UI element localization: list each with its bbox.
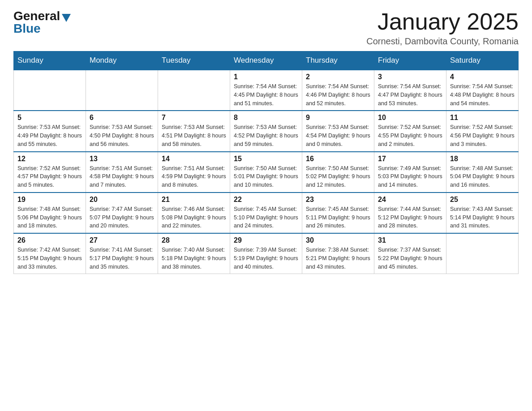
day-number: 19 [17,196,82,204]
week-row-1: 1Sunrise: 7:54 AM Sunset: 4:45 PM Daylig… [14,70,519,111]
calendar-cell: 17Sunrise: 7:49 AM Sunset: 5:03 PM Dayli… [374,152,446,193]
day-info: Sunrise: 7:52 AM Sunset: 4:56 PM Dayligh… [450,123,515,148]
calendar-cell [158,70,230,111]
calendar-cell: 14Sunrise: 7:51 AM Sunset: 4:59 PM Dayli… [158,152,230,193]
day-info: Sunrise: 7:48 AM Sunset: 5:04 PM Dayligh… [450,164,515,189]
day-info: Sunrise: 7:47 AM Sunset: 5:07 PM Dayligh… [90,205,154,230]
day-info: Sunrise: 7:51 AM Sunset: 4:59 PM Dayligh… [162,164,226,189]
month-title: January 2025 [366,9,519,34]
day-info: Sunrise: 7:53 AM Sunset: 4:52 PM Dayligh… [234,123,298,148]
week-row-2: 5Sunrise: 7:53 AM Sunset: 4:49 PM Daylig… [14,111,519,151]
calendar-header-tuesday: Tuesday [158,51,230,70]
calendar-cell: 6Sunrise: 7:53 AM Sunset: 4:50 PM Daylig… [86,111,158,151]
day-number: 29 [234,236,298,244]
day-number: 27 [90,236,154,244]
calendar-header-friday: Friday [374,51,446,70]
day-number: 10 [378,114,442,122]
calendar-cell: 31Sunrise: 7:37 AM Sunset: 5:22 PM Dayli… [374,233,446,274]
week-row-4: 19Sunrise: 7:48 AM Sunset: 5:06 PM Dayli… [14,193,519,233]
day-number: 23 [306,196,370,204]
day-number: 11 [450,114,515,122]
day-info: Sunrise: 7:54 AM Sunset: 4:45 PM Dayligh… [234,82,298,107]
day-number: 4 [450,73,515,81]
day-number: 9 [306,114,370,122]
calendar-cell: 12Sunrise: 7:52 AM Sunset: 4:57 PM Dayli… [14,152,86,193]
calendar-cell: 29Sunrise: 7:39 AM Sunset: 5:19 PM Dayli… [230,233,302,274]
day-info: Sunrise: 7:41 AM Sunset: 5:17 PM Dayligh… [90,246,154,271]
day-info: Sunrise: 7:53 AM Sunset: 4:54 PM Dayligh… [306,123,370,148]
day-number: 24 [378,196,442,204]
day-number: 1 [234,73,298,81]
week-row-5: 26Sunrise: 7:42 AM Sunset: 5:15 PM Dayli… [14,233,519,274]
calendar-cell: 4Sunrise: 7:54 AM Sunset: 4:48 PM Daylig… [446,70,519,111]
calendar-cell: 16Sunrise: 7:50 AM Sunset: 5:02 PM Dayli… [302,152,374,193]
calendar-header-saturday: Saturday [446,51,519,70]
day-info: Sunrise: 7:45 AM Sunset: 5:10 PM Dayligh… [234,205,298,230]
calendar-header-monday: Monday [86,51,158,70]
day-info: Sunrise: 7:50 AM Sunset: 5:01 PM Dayligh… [234,164,298,189]
calendar: SundayMondayTuesdayWednesdayThursdayFrid… [13,51,519,274]
location: Cornesti, Dambovita County, Romania [366,36,519,47]
calendar-cell: 30Sunrise: 7:38 AM Sunset: 5:21 PM Dayli… [302,233,374,274]
day-info: Sunrise: 7:52 AM Sunset: 4:55 PM Dayligh… [378,123,442,148]
day-info: Sunrise: 7:53 AM Sunset: 4:50 PM Dayligh… [90,123,154,148]
day-info: Sunrise: 7:44 AM Sunset: 5:12 PM Dayligh… [378,205,442,230]
title-area: January 2025 Cornesti, Dambovita County,… [366,9,519,47]
calendar-cell [86,70,158,111]
day-number: 18 [450,155,515,163]
calendar-cell: 5Sunrise: 7:53 AM Sunset: 4:49 PM Daylig… [14,111,86,151]
day-number: 22 [234,196,298,204]
calendar-cell: 2Sunrise: 7:54 AM Sunset: 4:46 PM Daylig… [302,70,374,111]
day-info: Sunrise: 7:38 AM Sunset: 5:21 PM Dayligh… [306,246,370,271]
day-number: 25 [450,196,515,204]
calendar-cell: 3Sunrise: 7:54 AM Sunset: 4:47 PM Daylig… [374,70,446,111]
day-number: 20 [90,196,154,204]
calendar-cell [14,70,86,111]
day-number: 26 [17,236,82,244]
day-number: 15 [234,155,298,163]
calendar-cell: 11Sunrise: 7:52 AM Sunset: 4:56 PM Dayli… [446,111,519,151]
calendar-header-thursday: Thursday [302,51,374,70]
day-number: 13 [90,155,154,163]
calendar-header-sunday: Sunday [14,51,86,70]
day-info: Sunrise: 7:49 AM Sunset: 5:03 PM Dayligh… [378,164,442,189]
day-info: Sunrise: 7:37 AM Sunset: 5:22 PM Dayligh… [378,246,442,271]
day-info: Sunrise: 7:40 AM Sunset: 5:18 PM Dayligh… [162,246,226,271]
calendar-cell: 8Sunrise: 7:53 AM Sunset: 4:52 PM Daylig… [230,111,302,151]
day-info: Sunrise: 7:48 AM Sunset: 5:06 PM Dayligh… [17,205,82,230]
day-number: 6 [90,114,154,122]
day-number: 2 [306,73,370,81]
day-info: Sunrise: 7:53 AM Sunset: 4:49 PM Dayligh… [17,123,82,148]
day-info: Sunrise: 7:46 AM Sunset: 5:08 PM Dayligh… [162,205,226,230]
day-number: 7 [162,114,226,122]
week-row-3: 12Sunrise: 7:52 AM Sunset: 4:57 PM Dayli… [14,152,519,193]
day-number: 28 [162,236,226,244]
day-info: Sunrise: 7:54 AM Sunset: 4:47 PM Dayligh… [378,82,442,107]
calendar-cell: 21Sunrise: 7:46 AM Sunset: 5:08 PM Dayli… [158,193,230,233]
day-info: Sunrise: 7:43 AM Sunset: 5:14 PM Dayligh… [450,205,515,230]
day-number: 31 [378,236,442,244]
day-number: 5 [17,114,82,122]
day-number: 17 [378,155,442,163]
calendar-cell: 28Sunrise: 7:40 AM Sunset: 5:18 PM Dayli… [158,233,230,274]
calendar-cell: 24Sunrise: 7:44 AM Sunset: 5:12 PM Dayli… [374,193,446,233]
day-info: Sunrise: 7:45 AM Sunset: 5:11 PM Dayligh… [306,205,370,230]
calendar-cell: 22Sunrise: 7:45 AM Sunset: 5:10 PM Dayli… [230,193,302,233]
calendar-cell: 9Sunrise: 7:53 AM Sunset: 4:54 PM Daylig… [302,111,374,151]
logo-triangle-icon [62,14,71,22]
day-number: 8 [234,114,298,122]
day-info: Sunrise: 7:52 AM Sunset: 4:57 PM Dayligh… [17,164,82,189]
day-info: Sunrise: 7:51 AM Sunset: 4:58 PM Dayligh… [90,164,154,189]
calendar-header-wednesday: Wednesday [230,51,302,70]
calendar-cell: 7Sunrise: 7:53 AM Sunset: 4:51 PM Daylig… [158,111,230,151]
header: General Blue January 2025 Cornesti, Damb… [13,9,519,47]
day-info: Sunrise: 7:54 AM Sunset: 4:46 PM Dayligh… [306,82,370,107]
day-number: 21 [162,196,226,204]
day-number: 16 [306,155,370,163]
calendar-cell: 13Sunrise: 7:51 AM Sunset: 4:58 PM Dayli… [86,152,158,193]
day-info: Sunrise: 7:54 AM Sunset: 4:48 PM Dayligh… [450,82,515,107]
calendar-cell: 26Sunrise: 7:42 AM Sunset: 5:15 PM Dayli… [14,233,86,274]
day-number: 12 [17,155,82,163]
logo: General Blue [13,9,71,36]
calendar-cell: 23Sunrise: 7:45 AM Sunset: 5:11 PM Dayli… [302,193,374,233]
